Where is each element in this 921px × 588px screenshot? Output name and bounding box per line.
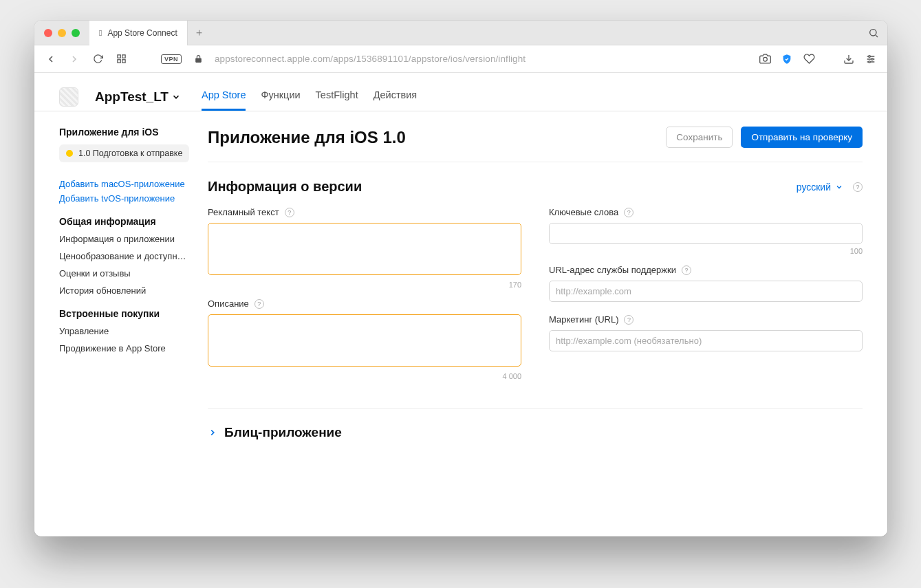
status-label: 1.0 Подготовка к отправке	[78, 149, 182, 158]
sidebar-item-manage[interactable]: Управление	[59, 326, 190, 336]
svg-point-12	[871, 58, 874, 60]
description-label: Описание	[208, 298, 249, 309]
svg-point-6	[763, 57, 767, 61]
sidebar-item-promote[interactable]: Продвижение в App Store	[59, 343, 190, 353]
help-icon[interactable]: ?	[624, 208, 633, 217]
sidebar-item-history[interactable]: История обновлений	[59, 285, 190, 296]
main-content: Приложение для iOS 1.0 Сохранить Отправи…	[194, 111, 887, 536]
status-dot-icon	[66, 150, 73, 157]
support-url-input[interactable]	[549, 281, 863, 302]
sidebar-heading-ios: Приложение для iOS	[59, 127, 194, 138]
apple-icon: 	[99, 28, 102, 38]
minimize-window-button[interactable]	[58, 29, 66, 37]
search-icon[interactable]	[867, 26, 880, 40]
apps-grid-icon[interactable]	[114, 52, 128, 66]
maximize-window-button[interactable]	[72, 29, 80, 37]
save-button[interactable]: Сохранить	[666, 127, 733, 148]
sidebar-item-app-info[interactable]: Информация о приложении	[59, 234, 190, 244]
help-icon[interactable]: ?	[682, 265, 691, 275]
help-icon[interactable]: ?	[624, 315, 633, 325]
shield-check-icon[interactable]	[780, 52, 794, 66]
sidebar: Приложение для iOS 1.0 Подготовка к отпр…	[34, 111, 194, 536]
language-label: русский	[797, 182, 831, 193]
promo-text-field: Рекламный текст? 170	[208, 207, 521, 289]
tab-features[interactable]: Функции	[261, 83, 300, 111]
svg-line-1	[876, 35, 878, 37]
svg-point-13	[869, 61, 871, 63]
description-counter: 4 000	[208, 372, 521, 380]
support-url-label: URL-адрес службы поддержки	[549, 265, 676, 275]
keywords-field: Ключевые слова? 100	[549, 207, 863, 255]
forward-button[interactable]	[67, 52, 81, 66]
keywords-counter: 100	[549, 247, 863, 255]
description-input[interactable]	[208, 314, 521, 367]
chevron-down-icon	[171, 92, 181, 102]
app-logo-placeholder	[59, 87, 78, 107]
app-header: AppTest_LT App Store Функции TestFlight …	[34, 73, 887, 111]
app-clip-title: Блиц-приложение	[224, 425, 342, 440]
browser-window:  App Store Connect ＋ VPN appstoreconnec…	[34, 21, 887, 536]
new-tab-button[interactable]: ＋	[188, 26, 211, 39]
back-button[interactable]	[44, 52, 58, 66]
section-title: Информация о версии	[208, 179, 362, 195]
marketing-url-label: Маркетинг (URL)	[549, 314, 618, 325]
download-icon[interactable]	[842, 52, 856, 66]
app-nav-tabs: App Store Функции TestFlight Действия	[202, 83, 417, 111]
window-controls	[34, 29, 89, 37]
chevron-right-icon	[208, 428, 217, 437]
sidebar-heading-general: Общая информация	[59, 216, 194, 227]
lock-icon	[191, 52, 205, 66]
browser-tab[interactable]:  App Store Connect	[89, 21, 188, 45]
heart-icon[interactable]	[802, 52, 816, 66]
keywords-label: Ключевые слова	[549, 207, 618, 217]
add-tvos-link[interactable]: Добавить tvOS-приложение	[59, 193, 194, 204]
sidebar-item-pricing[interactable]: Ценообразование и доступно…	[59, 251, 190, 261]
reload-button[interactable]	[91, 52, 105, 66]
page-title: Приложение для iOS 1.0	[208, 128, 406, 147]
submit-for-review-button[interactable]: Отправить на проверку	[741, 127, 863, 148]
tab-activity[interactable]: Действия	[373, 83, 418, 111]
chevron-down-icon	[835, 183, 843, 191]
app-name-dropdown[interactable]: AppTest_LT	[95, 89, 181, 105]
svg-point-0	[870, 29, 876, 35]
promo-text-input[interactable]	[208, 223, 521, 275]
help-icon[interactable]: ?	[285, 208, 294, 217]
keywords-input[interactable]	[549, 223, 863, 244]
svg-rect-5	[122, 60, 124, 63]
help-icon[interactable]: ?	[853, 182, 863, 192]
svg-rect-2	[117, 55, 120, 58]
tab-app-store[interactable]: App Store	[202, 83, 246, 111]
url-bar[interactable]: appstoreconnect.apple.com/apps/153689110…	[215, 54, 748, 64]
tab-title: App Store Connect	[107, 28, 177, 38]
sidebar-item-ratings[interactable]: Оценки и отзывы	[59, 268, 190, 279]
support-url-field: URL-адрес службы поддержки?	[549, 265, 863, 302]
browser-tab-bar:  App Store Connect ＋	[34, 21, 887, 45]
svg-rect-4	[117, 60, 120, 63]
camera-icon[interactable]	[758, 52, 772, 66]
version-status-pill[interactable]: 1.0 Подготовка к отправке	[59, 144, 189, 162]
language-dropdown[interactable]: русский	[797, 182, 843, 193]
svg-rect-3	[122, 55, 124, 58]
tab-testflight[interactable]: TestFlight	[316, 83, 358, 111]
marketing-url-input[interactable]	[549, 330, 863, 351]
app-clip-section-toggle[interactable]: Блиц-приложение	[208, 408, 863, 440]
description-field: Описание? 4 000	[208, 298, 521, 380]
vpn-badge[interactable]: VPN	[161, 54, 182, 64]
help-icon[interactable]: ?	[254, 299, 264, 309]
browser-toolbar: VPN appstoreconnect.apple.com/apps/15368…	[34, 45, 887, 73]
sidebar-heading-iap: Встроенные покупки	[59, 308, 194, 319]
add-macos-link[interactable]: Добавить macOS-приложение	[59, 179, 194, 189]
app-name-label: AppTest_LT	[95, 89, 169, 105]
close-window-button[interactable]	[44, 29, 52, 37]
promo-label: Рекламный текст	[208, 207, 279, 217]
settings-sliders-icon[interactable]	[864, 52, 878, 66]
marketing-url-field: Маркетинг (URL)?	[549, 314, 863, 351]
svg-point-11	[869, 55, 871, 57]
promo-counter: 170	[208, 281, 521, 289]
